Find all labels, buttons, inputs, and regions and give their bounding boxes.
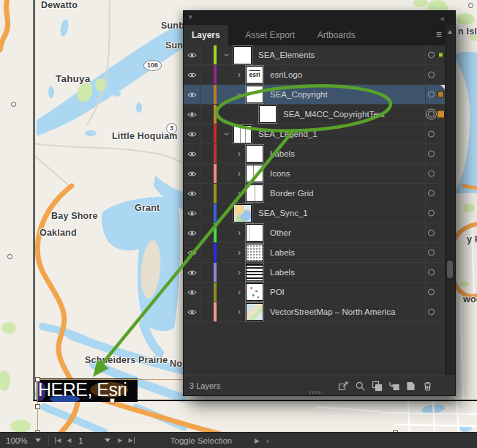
panel-resize-grip[interactable] xyxy=(309,391,322,394)
lock-toggle[interactable] xyxy=(200,45,214,64)
expand-chevron-icon[interactable]: › xyxy=(234,89,244,100)
first-artboard-button[interactable]: ◀ xyxy=(55,437,61,444)
layer-row-other[interactable]: › Other xyxy=(184,223,447,243)
layer-name[interactable]: SEA_Copyright xyxy=(270,90,328,99)
next-artboard-button[interactable]: ▶ xyxy=(118,437,122,444)
visibility-eye-icon[interactable] xyxy=(184,144,200,163)
layer-thumbnail[interactable] xyxy=(233,125,252,143)
target-circle[interactable] xyxy=(428,289,435,296)
layer-name[interactable]: POI xyxy=(270,288,285,296)
selection-handle[interactable] xyxy=(35,377,40,382)
tab-artboards[interactable]: Artboards xyxy=(309,25,364,45)
lock-toggle[interactable] xyxy=(200,283,214,302)
layer-name[interactable]: Labels xyxy=(270,248,295,257)
layer-row-labels-2[interactable]: › Labels xyxy=(184,243,447,263)
lock-toggle[interactable] xyxy=(200,302,214,321)
layer-thumbnail[interactable] xyxy=(233,46,252,64)
visibility-eye-icon[interactable] xyxy=(184,164,200,183)
expand-chevron-icon[interactable]: › xyxy=(234,228,244,238)
expand-chevron-icon[interactable]: › xyxy=(234,247,244,258)
target-circle[interactable] xyxy=(428,52,435,59)
expand-chevron-icon[interactable]: › xyxy=(234,188,244,198)
visibility-eye-icon[interactable] xyxy=(184,184,200,203)
target-circle[interactable] xyxy=(428,92,435,98)
artboard-number-field[interactable]: 1 xyxy=(74,436,100,445)
layer-thumbnail[interactable]: esri xyxy=(246,66,263,83)
visibility-eye-icon[interactable] xyxy=(184,65,200,84)
layer-thumbnail[interactable] xyxy=(246,165,263,182)
layer-name[interactable]: Other xyxy=(270,228,291,237)
layer-name[interactable]: SEA_Sync_1 xyxy=(258,209,308,217)
target-circle[interactable] xyxy=(428,210,435,217)
layer-name[interactable]: Icons xyxy=(270,169,290,178)
target-circle[interactable] xyxy=(428,190,435,197)
last-artboard-button[interactable]: ▶ xyxy=(128,437,134,444)
selection-handle[interactable] xyxy=(35,404,40,409)
visibility-eye-icon[interactable] xyxy=(184,105,200,124)
target-circle[interactable] xyxy=(428,230,435,236)
lock-toggle[interactable] xyxy=(200,124,214,143)
target-circle[interactable] xyxy=(428,131,435,138)
layer-name[interactable]: Border Grid xyxy=(270,189,313,198)
visibility-eye-icon[interactable] xyxy=(184,85,200,104)
visibility-eye-icon[interactable] xyxy=(184,263,200,282)
scroll-up-icon[interactable] xyxy=(448,30,452,34)
lock-toggle[interactable] xyxy=(200,164,214,183)
layer-thumbnail[interactable] xyxy=(246,303,263,321)
chevron-left-icon[interactable]: ‹ xyxy=(266,436,269,445)
make-clipping-mask-icon[interactable] xyxy=(372,381,383,392)
lock-toggle[interactable] xyxy=(200,184,214,203)
collect-for-export-icon[interactable] xyxy=(338,381,349,392)
target-circle[interactable] xyxy=(428,250,435,256)
target-circle[interactable] xyxy=(428,111,435,118)
visibility-eye-icon[interactable] xyxy=(184,302,200,321)
visibility-eye-icon[interactable] xyxy=(184,283,200,302)
visibility-eye-icon[interactable] xyxy=(184,124,200,143)
artboard-dropdown-caret-icon[interactable] xyxy=(105,438,110,442)
layer-row-vectorstreetmap[interactable]: › VectorStreetMap – North America xyxy=(184,302,447,322)
target-circle[interactable] xyxy=(428,171,435,177)
layer-name[interactable]: Labels xyxy=(270,268,295,277)
layer-row-labels-3[interactable]: › Labels xyxy=(184,263,447,283)
lock-toggle[interactable] xyxy=(200,85,214,104)
layer-row-sea-legend[interactable]: › SEA_Legend_1 xyxy=(184,124,447,144)
selection-proxy[interactable] xyxy=(437,111,445,119)
layer-row-border-grid[interactable]: › Border Grid xyxy=(184,184,447,204)
zoom-dropdown-caret-icon[interactable] xyxy=(35,438,41,442)
expand-chevron-icon[interactable]: › xyxy=(222,208,232,218)
tab-asset-export[interactable]: Asset Export xyxy=(237,25,303,45)
copyright-attribution-art[interactable]: HERE, Esri xyxy=(37,378,138,402)
layer-thumbnail[interactable] xyxy=(246,184,263,202)
lock-toggle[interactable] xyxy=(200,243,214,262)
layer-thumbnail[interactable] xyxy=(246,244,263,261)
scrollbar-thumb[interactable] xyxy=(447,261,453,278)
target-circle[interactable] xyxy=(428,151,435,157)
new-sublayer-icon[interactable] xyxy=(388,381,399,392)
tab-layers[interactable]: Layers xyxy=(184,25,228,45)
new-layer-icon[interactable] xyxy=(405,381,416,392)
expand-chevron-icon[interactable]: › xyxy=(234,267,244,277)
panel-scrollbar[interactable] xyxy=(445,25,455,376)
expand-chevron-icon[interactable]: › xyxy=(234,168,244,179)
lock-toggle[interactable] xyxy=(200,65,214,84)
layer-thumbnail[interactable] xyxy=(246,145,263,163)
layer-thumbnail[interactable] xyxy=(233,204,252,223)
layer-row-labels-1[interactable]: › Labels xyxy=(184,144,447,164)
target-circle[interactable] xyxy=(428,72,435,78)
layer-name[interactable]: SEA_Elements xyxy=(258,51,315,59)
layer-row-sea-copyright[interactable]: › SEA_Copyright xyxy=(184,85,447,105)
zoom-level[interactable]: 100% xyxy=(6,436,31,445)
locate-object-icon[interactable] xyxy=(355,381,366,392)
visibility-eye-icon[interactable] xyxy=(184,223,200,242)
layer-row-esrilogo[interactable]: › esri esriLogo xyxy=(184,65,447,85)
selection-proxy[interactable] xyxy=(438,53,443,58)
expand-chevron-icon[interactable]: › xyxy=(234,287,244,297)
lock-toggle[interactable] xyxy=(200,144,214,163)
target-circle[interactable] xyxy=(428,309,435,316)
layer-thumbnail[interactable] xyxy=(246,86,263,103)
layer-thumbnail[interactable] xyxy=(246,224,263,242)
expand-chevron-icon[interactable]: › xyxy=(234,149,244,159)
layer-row-sea-sync[interactable]: › SEA_Sync_1 xyxy=(184,204,447,223)
visibility-eye-icon[interactable] xyxy=(184,243,200,262)
layer-row-sea-elements[interactable]: › SEA_Elements xyxy=(184,45,447,65)
